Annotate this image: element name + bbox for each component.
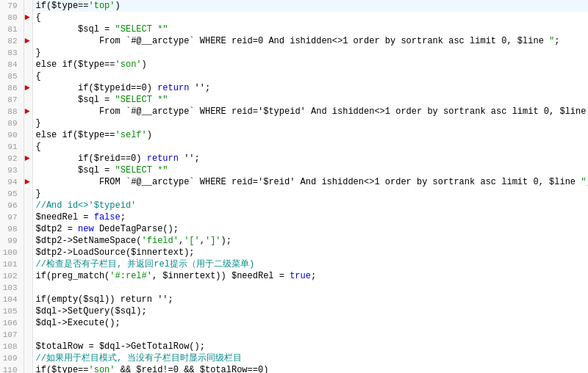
code-content: if($type=='son' && $reid!=0 && $totalRow… bbox=[32, 364, 588, 373]
line-number: 98 bbox=[0, 223, 24, 235]
code-content: FROM `#@__arctype` WHERE reid='$reid' An… bbox=[32, 176, 588, 188]
table-row: 91{ bbox=[0, 141, 588, 153]
table-row: 85{ bbox=[0, 70, 588, 82]
line-number: 81 bbox=[0, 23, 24, 35]
arrow-cell bbox=[24, 282, 32, 294]
table-row: 94► FROM `#@__arctype` WHERE reid='$reid… bbox=[0, 176, 588, 188]
line-number: 97 bbox=[0, 211, 24, 223]
arrow-cell bbox=[24, 305, 32, 317]
code-content: { bbox=[32, 12, 588, 23]
table-row: 93 $sql = "SELECT *" bbox=[0, 164, 588, 176]
code-content: $dql->SetQuery($sql); bbox=[32, 305, 588, 317]
line-number: 90 bbox=[0, 129, 24, 141]
arrow-cell bbox=[24, 352, 32, 364]
arrow-cell bbox=[24, 364, 32, 373]
line-number: 108 bbox=[0, 341, 24, 352]
table-row: 100$dtp2->LoadSource($innertext); bbox=[0, 247, 588, 258]
table-row: 109//如果用于栏目模式, 当没有子栏目时显示同级栏目 bbox=[0, 352, 588, 364]
breakpoint-arrow: ► bbox=[25, 106, 30, 117]
line-number: 89 bbox=[0, 117, 24, 129]
table-row: 79if($type=='top') bbox=[0, 0, 588, 12]
code-content bbox=[32, 282, 588, 294]
table-row: 104if(empty($sql)) return ''; bbox=[0, 294, 588, 305]
code-content: $sql = "SELECT *" bbox=[32, 164, 588, 176]
code-content: else if($type=='son') bbox=[32, 59, 588, 70]
arrow-cell bbox=[24, 223, 32, 235]
line-number: 95 bbox=[0, 188, 24, 200]
table-row: 82► From `#@__arctype` WHERE reid=0 And … bbox=[0, 35, 588, 47]
table-row: 99$dtp2->SetNameSpace('field','[',']'); bbox=[0, 235, 588, 247]
table-row: 86► if($typeid==0) return ''; bbox=[0, 82, 588, 94]
table-row: 83} bbox=[0, 47, 588, 59]
arrow-cell: ► bbox=[24, 82, 32, 94]
table-row: 92► if($reid==0) return ''; bbox=[0, 153, 588, 164]
table-row: 108$totalRow = $dql->GetTotalRow(); bbox=[0, 341, 588, 352]
table-row: 97$needRel = false; bbox=[0, 211, 588, 223]
code-editor: 79if($type=='top')80►{81 $sql = "SELECT … bbox=[0, 0, 588, 373]
arrow-cell bbox=[24, 94, 32, 106]
code-content: if(empty($sql)) return ''; bbox=[32, 294, 588, 305]
code-content: $dtp2->SetNameSpace('field','[',']'); bbox=[32, 235, 588, 247]
arrow-cell bbox=[24, 129, 32, 141]
breakpoint-arrow: ► bbox=[25, 35, 30, 47]
table-row: 95} bbox=[0, 188, 588, 200]
arrow-cell bbox=[24, 211, 32, 223]
arrow-cell: ► bbox=[24, 176, 32, 188]
arrow-cell bbox=[24, 117, 32, 129]
code-content: } bbox=[32, 188, 588, 200]
table-row: 88► From `#@__arctype` WHERE reid='$type… bbox=[0, 106, 588, 117]
table-row: 87 $sql = "SELECT *" bbox=[0, 94, 588, 106]
code-content: if(preg_match('#:rel#', $innertext)) $ne… bbox=[32, 270, 588, 282]
code-content: $dtp2 = new DedeTagParse(); bbox=[32, 223, 588, 235]
arrow-cell bbox=[24, 188, 32, 200]
arrow-cell bbox=[24, 341, 32, 352]
code-content: } bbox=[32, 117, 588, 129]
code-content bbox=[32, 329, 588, 341]
code-content: { bbox=[32, 141, 588, 153]
line-number: 103 bbox=[0, 282, 24, 294]
arrow-cell bbox=[24, 317, 32, 329]
line-number: 110 bbox=[0, 364, 24, 373]
arrow-cell bbox=[24, 247, 32, 258]
table-row: 110if($type=='son' && $reid!=0 && $total… bbox=[0, 364, 588, 373]
line-number: 99 bbox=[0, 235, 24, 247]
line-number: 94 bbox=[0, 176, 24, 188]
table-row: 89} bbox=[0, 117, 588, 129]
arrow-cell bbox=[24, 47, 32, 59]
breakpoint-arrow: ► bbox=[25, 153, 30, 164]
table-row: 102if(preg_match('#:rel#', $innertext)) … bbox=[0, 270, 588, 282]
line-number: 86 bbox=[0, 82, 24, 94]
table-row: 105$dql->SetQuery($sql); bbox=[0, 305, 588, 317]
table-row: 106$dql->Execute(); bbox=[0, 317, 588, 329]
arrow-cell bbox=[24, 59, 32, 70]
line-number: 92 bbox=[0, 153, 24, 164]
line-number: 82 bbox=[0, 35, 24, 47]
code-content: $dtp2->LoadSource($innertext); bbox=[32, 247, 588, 258]
line-number: 101 bbox=[0, 258, 24, 270]
line-number: 104 bbox=[0, 294, 24, 305]
code-content: //And id<>'$typeid' bbox=[32, 200, 588, 211]
table-row: 84else if($type=='son') bbox=[0, 59, 588, 70]
arrow-cell bbox=[24, 164, 32, 176]
line-number: 83 bbox=[0, 47, 24, 59]
code-content: $dql->Execute(); bbox=[32, 317, 588, 329]
line-number: 79 bbox=[0, 0, 24, 12]
arrow-cell: ► bbox=[24, 106, 32, 117]
arrow-cell bbox=[24, 200, 32, 211]
arrow-cell bbox=[24, 235, 32, 247]
line-number: 93 bbox=[0, 164, 24, 176]
line-number: 107 bbox=[0, 329, 24, 341]
arrow-cell: ► bbox=[24, 35, 32, 47]
code-content: if($type=='top') bbox=[32, 0, 588, 12]
table-row: 81 $sql = "SELECT *" bbox=[0, 23, 588, 35]
code-content: $needRel = false; bbox=[32, 211, 588, 223]
table-row: 96//And id<>'$typeid' bbox=[0, 200, 588, 211]
arrow-cell bbox=[24, 141, 32, 153]
code-content: //如果用于栏目模式, 当没有子栏目时显示同级栏目 bbox=[32, 352, 588, 364]
code-content: From `#@__arctype` WHERE reid='$typeid' … bbox=[32, 106, 588, 117]
arrow-cell: ► bbox=[24, 12, 32, 23]
line-number: 88 bbox=[0, 106, 24, 117]
code-content: else if($type=='self') bbox=[32, 129, 588, 141]
line-number: 100 bbox=[0, 247, 24, 258]
code-content: $sql = "SELECT *" bbox=[32, 23, 588, 35]
